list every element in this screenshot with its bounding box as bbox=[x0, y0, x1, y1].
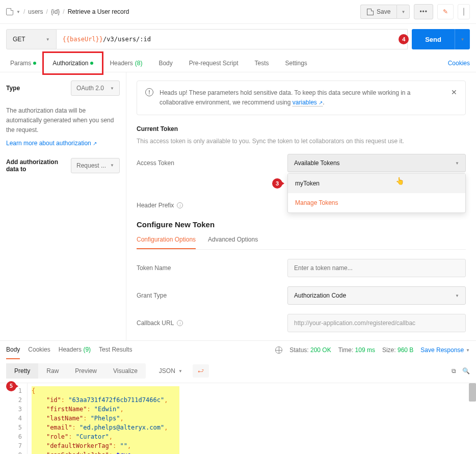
document-icon bbox=[6, 8, 13, 15]
method-select[interactable]: GET ▼ bbox=[6, 29, 57, 49]
save-icon bbox=[367, 9, 374, 15]
status-label: Status: 200 OK bbox=[289, 346, 331, 354]
url-input[interactable]: {{baseUrl}}/v3/users/:id bbox=[57, 29, 408, 49]
breadcrumb: ▼ / users / {id} / Retrieve a User recor… bbox=[6, 8, 129, 15]
breadcrumb-id[interactable]: {id} bbox=[51, 8, 60, 15]
tab-settings[interactable]: Settings bbox=[281, 55, 311, 72]
current-token-sub: This access token is only available to y… bbox=[137, 138, 466, 145]
save-response-button[interactable]: Save Response ▼ bbox=[420, 346, 470, 354]
search-button[interactable]: 🔍 bbox=[462, 367, 470, 375]
format-pretty[interactable]: Pretty bbox=[6, 363, 38, 379]
chevron-down-icon: ▼ bbox=[110, 86, 114, 91]
variables-link[interactable]: variables ↗ bbox=[293, 99, 323, 106]
external-link-icon: ↗ bbox=[319, 100, 323, 105]
more-actions-button[interactable]: ••• bbox=[414, 4, 433, 19]
add-auth-select[interactable]: Request ...▼ bbox=[71, 158, 120, 173]
pencil-icon: ✎ bbox=[443, 8, 448, 15]
ellipsis-icon: ••• bbox=[419, 8, 428, 15]
available-tokens-select[interactable]: Available Tokens▼ bbox=[287, 154, 466, 172]
comment-button[interactable] bbox=[458, 4, 470, 19]
cursor-icon: 👆 bbox=[395, 177, 404, 185]
chevron-down-icon: ▼ bbox=[455, 293, 459, 298]
tab-authorization[interactable]: Authorization bbox=[48, 55, 97, 72]
token-option-mytoken[interactable]: myToken 👆 bbox=[288, 174, 465, 193]
configure-token-heading: Configure New Token bbox=[137, 220, 466, 229]
current-token-heading: Current Token bbox=[137, 125, 466, 132]
tab-body[interactable]: Body bbox=[154, 55, 176, 72]
learn-more-link[interactable]: Learn more about authorization ↗ bbox=[6, 140, 120, 147]
response-tab-cookies[interactable]: Cookies bbox=[28, 341, 50, 359]
breadcrumb-users[interactable]: users bbox=[28, 8, 43, 15]
chevron-down-icon[interactable]: ▼ bbox=[16, 10, 20, 14]
chevron-down-icon: ▼ bbox=[178, 369, 182, 373]
globe-icon[interactable] bbox=[275, 346, 282, 354]
token-name-label: Token Name bbox=[137, 264, 287, 272]
add-auth-label: Add authorization data to bbox=[6, 158, 62, 173]
access-token-label: Access Token bbox=[137, 159, 287, 167]
manage-tokens-option[interactable]: Manage Tokens bbox=[288, 193, 465, 212]
edit-button[interactable]: ✎ bbox=[437, 4, 454, 19]
tokens-dropdown-menu: myToken 👆 Manage Tokens bbox=[287, 173, 466, 213]
format-raw[interactable]: Raw bbox=[38, 363, 67, 379]
chevron-down-icon: ▼ bbox=[466, 348, 470, 353]
indicator-dot-icon bbox=[90, 62, 93, 65]
send-dropdown[interactable]: ▼ bbox=[455, 29, 470, 49]
callback-url-label: Callback URL i bbox=[137, 319, 287, 327]
comment-icon bbox=[463, 8, 464, 16]
subtab-config-options[interactable]: Configuration Options bbox=[137, 236, 196, 249]
indicator-dot-icon bbox=[33, 62, 36, 65]
save-dropdown[interactable]: ▼ bbox=[396, 5, 410, 19]
response-tab-headers[interactable]: Headers (9) bbox=[59, 341, 91, 359]
breadcrumb-current: Retrieve a User record bbox=[68, 8, 129, 15]
wrap-lines-button[interactable]: ⮐ bbox=[193, 364, 209, 378]
chevron-down-icon: ▼ bbox=[46, 37, 50, 42]
chevron-down-icon: ▼ bbox=[110, 163, 114, 168]
save-button[interactable]: Save bbox=[360, 5, 396, 19]
grant-type-select[interactable]: Authorization Code▼ bbox=[287, 286, 466, 305]
sensitive-data-notice: ! Heads up! These parameters hold sensit… bbox=[137, 81, 466, 115]
time-label: Time: 109 ms bbox=[338, 346, 375, 354]
copy-button[interactable]: ⧉ bbox=[452, 367, 456, 375]
line-gutter: 123 456 789 1011 bbox=[0, 383, 28, 454]
format-visualize[interactable]: Visualize bbox=[105, 363, 146, 379]
subtab-advanced-options[interactable]: Advanced Options bbox=[208, 236, 258, 249]
chevron-down-icon: ▼ bbox=[455, 161, 459, 166]
warning-icon: ! bbox=[145, 88, 153, 96]
response-tab-body[interactable]: Body bbox=[6, 341, 20, 359]
language-select[interactable]: JSON ▼ bbox=[154, 364, 188, 378]
external-link-icon: ↗ bbox=[93, 141, 97, 146]
send-button[interactable]: Send bbox=[412, 29, 455, 49]
info-icon[interactable]: i bbox=[177, 320, 183, 326]
scrollbar[interactable] bbox=[469, 383, 476, 402]
format-preview[interactable]: Preview bbox=[67, 363, 105, 379]
grant-type-label: Grant Type bbox=[137, 292, 287, 299]
info-icon[interactable]: i bbox=[177, 202, 183, 208]
annotation-badge-3: 3 bbox=[272, 178, 282, 189]
token-name-input[interactable] bbox=[287, 259, 466, 277]
callback-url-input[interactable] bbox=[287, 314, 466, 332]
auth-description: The authorization data will be automatic… bbox=[6, 106, 120, 136]
response-tab-tests[interactable]: Test Results bbox=[99, 341, 132, 359]
tab-params[interactable]: Params bbox=[6, 55, 40, 72]
auth-type-label: Type bbox=[6, 85, 20, 92]
cookies-link[interactable]: Cookies bbox=[448, 55, 470, 72]
response-body: 5 123 456 789 1011 { "id": "63aa731f472f… bbox=[0, 383, 476, 454]
size-label: Size: 960 B bbox=[382, 346, 413, 354]
auth-type-select[interactable]: OAuth 2.0▼ bbox=[71, 81, 120, 96]
tab-prerequest[interactable]: Pre-request Script bbox=[185, 55, 243, 72]
header-prefix-label: Header Prefix i bbox=[137, 202, 287, 209]
tab-tests[interactable]: Tests bbox=[250, 55, 273, 72]
close-notice-button[interactable]: ✕ bbox=[451, 88, 457, 96]
tab-headers[interactable]: Headers (8) bbox=[105, 55, 146, 72]
